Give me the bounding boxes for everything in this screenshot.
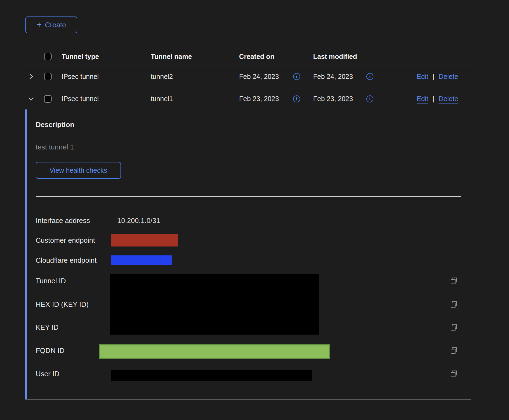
row-checkbox-cell — [44, 65, 52, 88]
fqdn-id-redaction — [99, 344, 330, 359]
description-text: test tunnel 1 — [36, 143, 74, 151]
info-icon[interactable]: i — [293, 73, 300, 80]
customer-endpoint-label: Customer endpoint — [36, 236, 95, 245]
created-on-info-icon-cell: i — [293, 65, 300, 88]
info-icon[interactable]: i — [366, 95, 373, 102]
plus-icon: + — [37, 20, 42, 29]
chevron-right-icon[interactable] — [28, 65, 34, 88]
info-icon[interactable]: i — [366, 73, 373, 80]
last-modified-cell: Feb 23, 2023 — [313, 88, 353, 109]
edit-link[interactable]: Edit — [417, 95, 428, 103]
last-modified-cell: Feb 24, 2023 — [313, 65, 353, 88]
description-heading: Description — [36, 121, 74, 129]
interface-address-value: 10.200.1.0/31 — [117, 216, 160, 225]
create-button-label: Create — [45, 21, 66, 29]
tunnel-id-label: Tunnel ID — [36, 277, 66, 285]
chevron-down-icon[interactable] — [28, 88, 34, 109]
copy-icon[interactable] — [450, 323, 458, 332]
last-modified-info-icon-cell: i — [366, 88, 373, 109]
key-id-label: KEY ID — [36, 323, 59, 332]
column-header-tunnel-type: Tunnel type — [62, 48, 99, 65]
row-checkbox[interactable] — [44, 95, 52, 103]
tunnel-type-cell: IPsec tunnel — [62, 88, 99, 109]
hex-id-label: HEX ID (KEY ID) — [36, 300, 89, 309]
fqdn-id-label: FQDN ID — [36, 346, 65, 355]
column-header-last-modified: Last modified — [313, 48, 357, 65]
row-actions: Edit | Delete — [417, 65, 458, 88]
created-on-cell: Feb 23, 2023 — [239, 88, 279, 109]
tunnel-name-cell: tunnel2 — [151, 65, 173, 88]
table-row: IPsec tunnel tunnel2 Feb 24, 2023 i Feb … — [25, 65, 471, 88]
table-row: IPsec tunnel tunnel1 Feb 23, 2023 i Feb … — [25, 88, 471, 109]
column-header-tunnel-name: Tunnel name — [151, 48, 192, 65]
action-separator: | — [433, 73, 434, 81]
select-all-checkbox[interactable] — [44, 53, 52, 60]
tunnel-type-cell: IPsec tunnel — [62, 65, 99, 88]
cloudflare-endpoint-label: Cloudflare endpoint — [36, 256, 97, 265]
expanded-row-accent-border — [25, 109, 27, 399]
table-bottom-divider — [25, 399, 471, 400]
column-header-created-on: Created on — [239, 48, 274, 65]
action-separator: | — [433, 95, 434, 103]
created-on-info-icon-cell: i — [293, 88, 300, 109]
last-modified-info-icon-cell: i — [366, 65, 373, 88]
row-checkbox-cell — [44, 88, 52, 109]
row-actions: Edit | Delete — [417, 88, 458, 109]
cloudflare-endpoint-redaction — [111, 255, 172, 265]
view-health-checks-button[interactable]: View health checks — [36, 162, 121, 179]
details-divider — [36, 196, 461, 197]
created-on-cell: Feb 24, 2023 — [239, 65, 279, 88]
customer-endpoint-redaction — [111, 234, 178, 246]
copy-icon[interactable] — [450, 346, 458, 355]
table-header-row: Tunnel type Tunnel name Created on Last … — [25, 48, 471, 65]
id-values-redaction — [110, 274, 319, 335]
delete-link[interactable]: Delete — [439, 95, 458, 103]
user-id-redaction — [111, 370, 312, 381]
edit-link[interactable]: Edit — [417, 73, 428, 81]
interface-address-label: Interface address — [36, 216, 90, 225]
copy-icon[interactable] — [450, 369, 458, 378]
tunnel-name-cell: tunnel1 — [151, 88, 173, 109]
create-button[interactable]: + Create — [25, 16, 77, 33]
delete-link[interactable]: Delete — [439, 73, 458, 81]
copy-icon[interactable] — [450, 276, 458, 285]
row-checkbox[interactable] — [44, 73, 52, 80]
user-id-label: User ID — [36, 370, 59, 378]
copy-icon[interactable] — [450, 300, 458, 309]
select-all-checkbox-cell — [44, 48, 52, 65]
info-icon[interactable]: i — [293, 95, 300, 102]
tunnels-page: + Create Tunnel type Tunnel name Created… — [0, 0, 509, 420]
